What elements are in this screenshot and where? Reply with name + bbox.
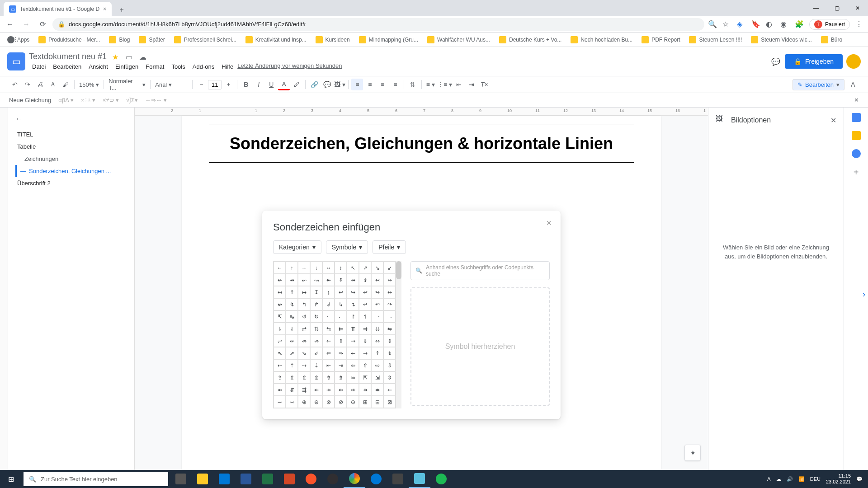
keep-app-icon[interactable]: [852, 131, 861, 140]
character-cell[interactable]: ↤: [274, 286, 286, 298]
character-cell[interactable]: ⇰: [347, 371, 359, 384]
menu-tools[interactable]: Tools: [168, 62, 188, 71]
character-cell[interactable]: ⇗: [286, 347, 298, 359]
style-select[interactable]: Normaler T... ▾: [107, 78, 147, 91]
character-cell[interactable]: ⇔: [371, 335, 383, 347]
character-cell[interactable]: ⇦: [347, 359, 359, 371]
bookmark-item[interactable]: Kursideen: [312, 34, 354, 45]
minimize-button[interactable]: —: [806, 0, 826, 16]
character-cell[interactable]: ⇝: [359, 347, 371, 359]
character-cell[interactable]: ⇉: [359, 323, 371, 335]
character-cell[interactable]: ↘: [371, 262, 383, 274]
add-app-button[interactable]: +: [852, 167, 861, 176]
menu-ansicht[interactable]: Ansicht: [85, 62, 111, 71]
character-cell[interactable]: ⊟: [371, 396, 383, 408]
character-cell[interactable]: ⇼: [371, 384, 383, 396]
character-cell[interactable]: ⇧: [359, 359, 371, 371]
character-cell[interactable]: ↾: [347, 310, 359, 323]
outline-back-icon[interactable]: ←: [15, 115, 127, 123]
character-cell[interactable]: ⇘: [298, 347, 310, 359]
comment-button[interactable]: 💬: [321, 79, 333, 90]
character-cell[interactable]: ⇳: [383, 371, 396, 384]
bookmark-item[interactable]: Steuern Videos wic...: [747, 34, 816, 45]
font-select[interactable]: Arial ▾: [153, 81, 189, 88]
character-cell[interactable]: ⇾: [274, 396, 286, 408]
cloud-icon[interactable]: ☁: [139, 53, 147, 61]
profile-pausiert[interactable]: TPausiert: [809, 19, 850, 30]
align-center-button[interactable]: ≡: [364, 79, 376, 90]
character-cell[interactable]: →: [298, 262, 310, 274]
explore-button[interactable]: ✦: [684, 445, 701, 461]
bookmark-item[interactable]: Wahlfächer WU Aus...: [424, 34, 494, 45]
character-cell[interactable]: ↡: [359, 274, 371, 286]
forward-button[interactable]: →: [20, 18, 33, 31]
character-cell[interactable]: ↱: [310, 298, 322, 310]
character-cell[interactable]: ↮: [274, 298, 286, 310]
extensions-icon[interactable]: 🧩: [795, 20, 804, 29]
character-cell[interactable]: ↢: [371, 274, 383, 286]
character-cell[interactable]: ⇒: [347, 335, 359, 347]
character-cell[interactable]: ↬: [371, 286, 383, 298]
filter-symbols[interactable]: Symbole ▾: [326, 240, 368, 254]
last-change[interactable]: Letzte Änderung vor wenigen Sekunden: [237, 62, 342, 71]
tasks-app-icon[interactable]: [852, 149, 861, 158]
character-cell[interactable]: ↨: [322, 286, 335, 298]
character-cell[interactable]: ⇛: [335, 347, 347, 359]
tray-lang[interactable]: DEU: [810, 476, 821, 482]
bookmark-item[interactable]: Kreativität und Insp...: [242, 34, 310, 45]
bookmark-apps[interactable]: ⋮⋮Apps: [4, 34, 33, 45]
italic-button[interactable]: I: [253, 79, 264, 90]
print-button[interactable]: 🖨: [34, 79, 46, 90]
character-cell[interactable]: ↵: [359, 298, 371, 310]
character-cell[interactable]: ⇪: [274, 371, 286, 384]
tray-volume-icon[interactable]: 🔊: [787, 476, 793, 482]
character-cell[interactable]: ⊕: [298, 396, 310, 408]
character-cell[interactable]: ⇸: [322, 384, 335, 396]
ext-4-icon[interactable]: ◉: [780, 20, 789, 29]
undo-button[interactable]: ↶: [9, 79, 21, 90]
obs-icon[interactable]: [322, 470, 344, 488]
collapse-toolbar-button[interactable]: ᐱ: [847, 79, 859, 90]
character-cell[interactable]: ⇂: [274, 323, 286, 335]
character-cell[interactable]: ⇜: [347, 347, 359, 359]
browser-tab[interactable]: ▭ Textdokument neu #1 - Google D ×: [4, 2, 112, 16]
character-cell[interactable]: ⇤: [322, 359, 335, 371]
increase-indent-button[interactable]: ⇥: [466, 79, 477, 90]
menu-datei[interactable]: Datei: [29, 62, 49, 71]
edit-mode-select[interactable]: ✎Bearbeiten ▾: [793, 79, 844, 90]
character-cell[interactable]: ⇠: [274, 359, 286, 371]
windows-search[interactable]: 🔍 Zur Suche Text hier eingeben: [24, 472, 168, 486]
character-cell[interactable]: ⊙: [347, 396, 359, 408]
character-cell[interactable]: ⇬: [298, 371, 310, 384]
bookmark-item[interactable]: PDF Report: [638, 34, 684, 45]
tray-wifi-icon[interactable]: 📶: [798, 476, 805, 482]
task-view-icon[interactable]: [170, 470, 192, 488]
comments-icon[interactable]: 💬: [770, 56, 781, 67]
document-title[interactable]: Textdokument neu #1: [29, 52, 107, 61]
bookmark-item[interactable]: Steuern Lesen !!!!: [685, 34, 745, 45]
character-cell[interactable]: ⇟: [383, 347, 396, 359]
bookmark-item[interactable]: Später: [135, 34, 168, 45]
url-bar[interactable]: 🔒 docs.google.com/document/d/1hUH8k6h7Lb…: [52, 18, 704, 31]
brave-icon[interactable]: [300, 470, 322, 488]
character-cell[interactable]: ⇆: [322, 323, 335, 335]
character-cell[interactable]: ⇃: [286, 323, 298, 335]
bookmark-item[interactable]: Büro: [817, 34, 846, 45]
user-avatar[interactable]: [846, 54, 861, 69]
menu-addons[interactable]: Add-ons: [189, 62, 217, 71]
eq-relations-button[interactable]: ≤≠⊃ ▾: [103, 97, 119, 103]
powerpoint-icon[interactable]: [278, 470, 300, 488]
character-cell[interactable]: ⇣: [310, 359, 322, 371]
line-spacing-button[interactable]: ⇅: [407, 79, 419, 90]
star-icon[interactable]: ☆: [722, 20, 731, 29]
character-cell[interactable]: ↻: [310, 310, 322, 323]
character-cell[interactable]: ⇲: [371, 371, 383, 384]
character-cell[interactable]: ↰: [298, 298, 310, 310]
character-cell[interactable]: ⊖: [310, 396, 322, 408]
character-cell[interactable]: ⇋: [383, 323, 396, 335]
ext-3-icon[interactable]: ◐: [766, 20, 775, 29]
character-cell[interactable]: ⇭: [310, 371, 322, 384]
character-cell[interactable]: ↞: [322, 274, 335, 286]
character-cell[interactable]: ↪: [347, 286, 359, 298]
tab-close-icon[interactable]: ×: [103, 6, 106, 12]
